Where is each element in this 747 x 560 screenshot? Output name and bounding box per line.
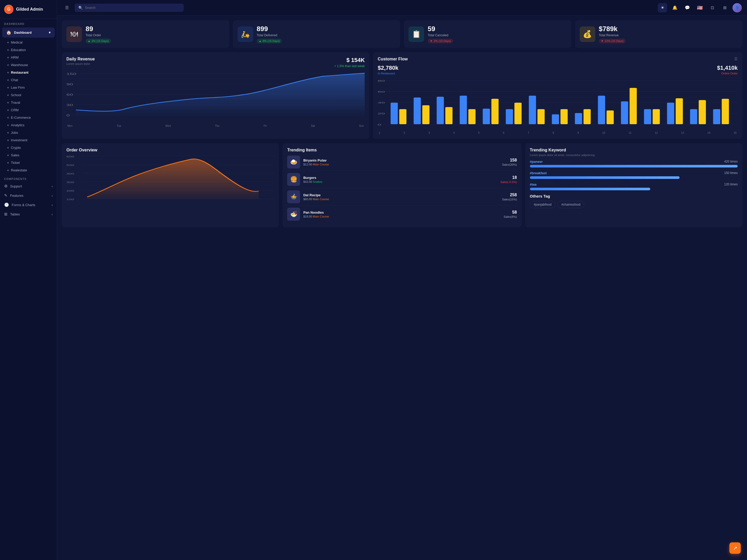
daily-revenue-card: Daily Revenue Lorem ipsum dolor $ 154K +… xyxy=(62,52,369,139)
trending-item-name-3: Pan Noodles xyxy=(303,211,500,214)
menu-icon[interactable]: ☰ xyxy=(734,57,738,61)
notifications-button[interactable]: 🔔 xyxy=(670,3,679,12)
svg-text:400: 400 xyxy=(67,172,74,175)
svg-text:30: 30 xyxy=(67,104,73,107)
trending-item-count-2: 258 xyxy=(502,193,517,197)
order-overview-card: Order Overview xyxy=(62,143,279,228)
trending-items-list: 🍛 Biryanis Pulav $12.00 Main Course 158 … xyxy=(287,154,517,223)
sidebar-item-crypto[interactable]: Crypto xyxy=(0,144,57,152)
dot-icon xyxy=(7,64,9,66)
avatar[interactable]: 👤 xyxy=(732,3,742,12)
dot-icon xyxy=(7,169,9,171)
dot-icon xyxy=(7,139,9,141)
sidebar: G Gilded Admin DASHBOARD 🏠 Dashboard ▾ M… xyxy=(0,0,57,560)
tag-chip-1[interactable]: #chainissfood xyxy=(558,201,584,208)
tag-chip-0[interactable]: #panjabifood xyxy=(530,201,556,208)
stat-label-0: Total Order xyxy=(85,33,225,37)
trending-item-info-1: Burgers $42.00 Snakes xyxy=(303,176,497,183)
sidebar-item-dashboard[interactable]: 🏠 Dashboard ▾ xyxy=(2,27,55,37)
sidebar-logo: G Gilded Admin xyxy=(0,0,57,19)
dot-icon xyxy=(7,57,9,58)
trending-item-count-0: 158 xyxy=(502,158,517,163)
trending-item-img-2: 🍲 xyxy=(287,190,300,203)
sidebar-item-features[interactable]: ✎Features› xyxy=(0,191,57,200)
trending-item-sales-0: 158 Sales(20%) xyxy=(502,158,517,166)
trending-item-name-0: Biryanis Pulav xyxy=(303,158,499,162)
sidebar-item-crm[interactable]: CRM xyxy=(0,106,57,114)
sidebar-item-warehouse[interactable]: Warehouse xyxy=(0,61,57,69)
sidebar-component-items: ⚙Support›✎Features›🕐Forms & Charts›⊞Tabl… xyxy=(0,182,57,219)
svg-rect-27 xyxy=(468,109,476,124)
sidebar-item-analytics[interactable]: Analytics xyxy=(0,121,57,129)
trending-item-pct-1: Sales(-0.5%) xyxy=(500,181,517,184)
keyword-tag-1: #breakfast xyxy=(530,171,547,175)
scan-button[interactable]: ⊡ xyxy=(707,3,717,12)
svg-text:100: 100 xyxy=(67,198,74,201)
sidebar-sub-items: MedicalEducationHRMWarehouseRestaurantCh… xyxy=(0,38,57,174)
sidebar-item-realestate[interactable]: Realestate xyxy=(0,166,57,174)
sidebar-item-medical[interactable]: Medical xyxy=(0,38,57,46)
sidebar-item-jobs[interactable]: Jobs xyxy=(0,129,57,136)
sidebar-item-hrm[interactable]: HRM xyxy=(0,54,57,61)
dot-icon xyxy=(7,72,9,73)
trending-item-3: 🍜 Pan Noodles $18.00 Main Course 58 Sale… xyxy=(287,206,517,223)
trending-item-img-0: 🍛 xyxy=(287,156,300,168)
keyword-bars: #paneer 420 times #breakfast 150 times #… xyxy=(530,160,738,190)
dot-icon xyxy=(7,155,9,156)
sidebar-item-chat[interactable]: Chat xyxy=(0,76,57,84)
keyword-bar-wrap-0: #paneer 420 times xyxy=(530,160,738,167)
sidebar-item-e-commerce[interactable]: E-Commerce xyxy=(0,114,57,121)
fab-button[interactable]: ↗ xyxy=(729,542,741,554)
sidebar-item-ticket[interactable]: Ticket xyxy=(0,159,57,166)
sidebar-item-traval[interactable]: Traval xyxy=(0,99,57,106)
hamburger-button[interactable]: ☰ xyxy=(62,3,72,12)
svg-text:90: 90 xyxy=(67,83,73,86)
svg-rect-33 xyxy=(537,109,545,124)
stat-change-1: ▲ 8% (15 Days) xyxy=(257,38,282,43)
trending-item-info-0: Biryanis Pulav $12.00 Main Course xyxy=(303,158,499,166)
search-input[interactable] xyxy=(85,6,180,9)
trending-item-info-3: Pan Noodles $18.00 Main Course xyxy=(303,211,500,218)
svg-rect-30 xyxy=(506,109,513,124)
customer-flow-header: Customer Flow ☰ xyxy=(378,57,738,61)
components-section-label: COMPONENTS xyxy=(0,174,57,182)
customer-flow-title: Customer Flow xyxy=(378,57,408,61)
sidebar-item-education[interactable]: Education xyxy=(0,46,57,54)
trending-keyword-card: Trending Keyword Lorem ipsum dolor sit a… xyxy=(525,143,742,228)
keyword-bar-wrap-1: #breakfast 150 times xyxy=(530,171,738,179)
svg-rect-39 xyxy=(607,110,614,124)
stat-cards: 🍽 89 Total Order ▲ 3% (15 Days) 🛵 899 To… xyxy=(62,20,742,48)
keyword-bar-header-1: #breakfast 150 times xyxy=(530,171,738,175)
theme-toggle-button[interactable]: ☀ xyxy=(658,3,667,12)
sidebar-item-support[interactable]: ⚙Support› xyxy=(0,182,57,191)
sidebar-item-investment[interactable]: Investment xyxy=(0,136,57,144)
home-icon: 🏠 xyxy=(6,30,11,35)
stat-change-2: ▼ 2% (15 Days) xyxy=(428,38,453,43)
sidebar-item-forms-charts[interactable]: 🕐Forms & Charts› xyxy=(0,200,57,210)
sidebar-item-restaurant[interactable]: Restaurant xyxy=(0,69,57,76)
sidebar-item-school[interactable]: School xyxy=(0,91,57,99)
trending-item-count-3: 58 xyxy=(504,210,517,215)
grid-button[interactable]: ⊞ xyxy=(720,3,729,12)
svg-rect-35 xyxy=(561,109,568,124)
chat-button[interactable]: 💬 xyxy=(683,3,692,12)
sidebar-item-law-firm[interactable]: Law Firm xyxy=(0,84,57,91)
order-overview-chart: 100 200 300 400 500 600 xyxy=(67,154,274,195)
language-selector[interactable]: 🇺🇸 xyxy=(695,3,704,12)
trending-item-category-3: Main Course xyxy=(313,215,329,218)
sidebar-item-tables[interactable]: ⊞Tables› xyxy=(0,210,57,219)
sidebar-item-sales[interactable]: Sales xyxy=(0,152,57,159)
dot-icon xyxy=(7,87,9,88)
trending-item-1: 🍔 Burgers $42.00 Snakes 18 Sales(-0.5%) xyxy=(287,171,517,188)
keyword-bar-2 xyxy=(530,188,650,190)
trending-item-price-2: $60.00 Main Course xyxy=(303,197,499,201)
keyword-bar-wrap-2: #tea 120 times xyxy=(530,183,738,190)
bottom-row: Order Overview xyxy=(62,143,742,228)
trending-item-info-2: Dal Recipe $60.00 Main Course xyxy=(303,193,499,201)
trending-items-title: Trending Items xyxy=(287,148,517,153)
sun-icon: ☀ xyxy=(661,5,664,10)
topbar-right: ☀ 🔔 💬 🇺🇸 ⊡ ⊞ 👤 xyxy=(658,3,742,12)
chevron-right-icon: › xyxy=(52,203,53,207)
dot-icon xyxy=(7,147,9,149)
message-icon: 💬 xyxy=(685,5,690,10)
